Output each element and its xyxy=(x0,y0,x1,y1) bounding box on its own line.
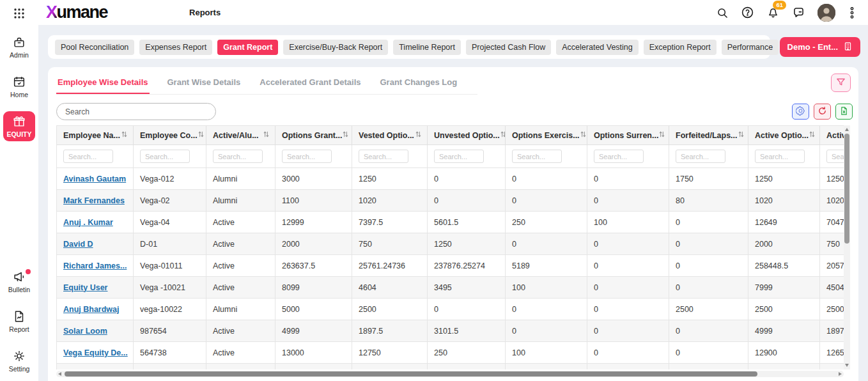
notifications-bell-icon[interactable]: 61 xyxy=(766,6,780,19)
sort-icon[interactable] xyxy=(738,130,745,140)
sidebar-item-home[interactable]: Home xyxy=(3,72,35,102)
sort-icon[interactable] xyxy=(121,130,128,140)
table-cell: 750 xyxy=(820,233,844,255)
column-search-input[interactable] xyxy=(63,150,113,163)
column-search-input[interactable] xyxy=(594,150,644,163)
table-cell: 0 xyxy=(506,233,587,255)
column-header[interactable]: Options Surren... xyxy=(587,126,669,145)
employee-name-link[interactable]: Solar Loom xyxy=(63,327,107,336)
help-icon[interactable] xyxy=(741,6,754,19)
table-cell: 0 xyxy=(587,277,669,299)
column-header[interactable]: Active/Alu... xyxy=(206,126,275,145)
horizontal-scrollbar[interactable] xyxy=(56,371,844,377)
export-excel-button[interactable] xyxy=(835,104,853,120)
scroll-up-arrow[interactable] xyxy=(845,128,849,131)
sidebar-item-bulletin[interactable]: Bulletin xyxy=(3,267,35,297)
sort-icon[interactable] xyxy=(809,130,816,140)
column-header[interactable]: Employee Co... xyxy=(134,126,206,145)
column-header[interactable]: Forfeited/Laps... xyxy=(669,126,748,145)
app-logo[interactable]: Xumane xyxy=(46,3,107,22)
user-avatar[interactable] xyxy=(818,4,835,22)
table-cell: 564738 xyxy=(134,342,206,364)
sub-tab[interactable]: Employee Wise Details xyxy=(56,76,150,94)
column-search-input[interactable] xyxy=(359,150,408,163)
report-tab-chip[interactable]: Exercise/Buy-Back Report xyxy=(283,40,388,55)
sort-icon[interactable] xyxy=(198,130,205,140)
column-header[interactable]: Employee Na... xyxy=(57,126,134,145)
table-cell: Active xyxy=(206,233,275,255)
more-options-kebab-icon[interactable] xyxy=(848,6,856,20)
column-header[interactable]: Unvested Optio... xyxy=(428,126,506,145)
sort-icon[interactable] xyxy=(342,130,349,140)
employee-name-link[interactable]: Vega Equity De... xyxy=(63,348,128,357)
column-header[interactable]: Active Optio... xyxy=(748,126,820,145)
gear-icon xyxy=(796,106,805,118)
employee-name-link[interactable]: Avinash Gautam xyxy=(63,175,126,183)
column-header[interactable]: Vested Optio... xyxy=(352,126,428,145)
report-tab-chip[interactable]: Pool Reconciliation xyxy=(55,40,134,55)
column-search-input[interactable] xyxy=(282,150,332,163)
chat-icon[interactable] xyxy=(792,6,805,19)
table-cell: Vega -10021 xyxy=(134,277,206,299)
table-cell: 25761.24736 xyxy=(352,255,428,277)
report-tab-chip[interactable]: Grant Report xyxy=(217,40,278,55)
sort-icon[interactable] xyxy=(263,130,270,140)
employee-name-link[interactable]: Anuj Bhardwaj xyxy=(63,305,120,314)
report-tab-chip[interactable]: Expenses Report xyxy=(139,40,212,55)
report-tab-chip[interactable]: Exception Report xyxy=(644,40,717,55)
sort-icon[interactable] xyxy=(580,130,587,140)
sub-tab[interactable]: Grant Wise Details xyxy=(166,76,242,94)
search-icon[interactable] xyxy=(716,6,729,19)
scroll-down-arrow[interactable] xyxy=(845,364,849,367)
scroll-left-arrow[interactable] xyxy=(58,372,61,376)
sidebar-item-admin[interactable]: Admin xyxy=(3,32,35,62)
vertical-scrollbar[interactable] xyxy=(844,125,850,369)
table-cell: Vega Equity De... xyxy=(57,342,134,364)
column-search-input[interactable] xyxy=(826,150,844,163)
scroll-right-arrow[interactable] xyxy=(839,372,842,376)
column-header[interactable]: Options Exercis... xyxy=(506,126,587,145)
column-search-input[interactable] xyxy=(213,150,263,163)
report-tab-chip[interactable]: Projected Cash Flow xyxy=(466,40,551,55)
vertical-scroll-thumb[interactable] xyxy=(844,134,849,244)
employee-name-link[interactable]: David D xyxy=(63,240,93,249)
sort-icon[interactable] xyxy=(658,130,665,140)
sidebar-item-label: Admin xyxy=(10,51,29,59)
sidebar-item-report[interactable]: Report xyxy=(3,306,35,336)
table-cell: Vega-01011 xyxy=(134,255,206,277)
column-search-input[interactable] xyxy=(140,150,190,163)
sort-icon[interactable] xyxy=(500,130,506,140)
table-cell: 1897.5 xyxy=(352,320,428,342)
column-header[interactable]: Active xyxy=(820,126,844,145)
report-tab-chip[interactable]: Timeline Report xyxy=(393,40,461,55)
table-cell: Equity User xyxy=(57,277,134,299)
refresh-button[interactable] xyxy=(814,104,831,120)
funnel-icon xyxy=(835,77,846,89)
report-tab-chip[interactable]: Performance xyxy=(722,40,779,55)
sub-tab[interactable]: Accelerated Grant Details xyxy=(258,76,362,94)
employee-name-link[interactable]: Equity User xyxy=(63,283,107,292)
column-search-input[interactable] xyxy=(676,150,725,163)
column-header[interactable]: Options Grant... xyxy=(275,126,352,145)
building-icon xyxy=(843,42,853,53)
sub-tab[interactable]: Grant Changes Log xyxy=(379,76,459,94)
table-cell: Vega-04 xyxy=(134,212,206,233)
horizontal-scroll-thumb[interactable] xyxy=(65,371,757,377)
table-search-input[interactable] xyxy=(56,103,216,120)
sort-icon[interactable] xyxy=(415,130,422,140)
entity-selector-button[interactable]: Demo - Ent... xyxy=(780,37,860,57)
sidebar-item-equity[interactable]: EQUITY xyxy=(3,111,35,141)
filter-button[interactable] xyxy=(831,74,851,92)
column-settings-button[interactable] xyxy=(792,104,809,120)
app-launcher-icon[interactable] xyxy=(13,7,26,22)
column-search-input[interactable] xyxy=(434,150,484,163)
employee-name-link[interactable]: Richard James... xyxy=(63,261,127,270)
employee-name-link[interactable]: Mark Fernandes xyxy=(63,196,125,205)
employee-name-link[interactable]: Anuj . Kumar xyxy=(63,218,113,227)
table-cell: Solar Loom xyxy=(57,320,134,342)
report-tab-chip[interactable]: Accelerated Vesting xyxy=(556,40,639,55)
sidebar-item-setting[interactable]: Setting xyxy=(3,346,35,376)
column-search-input[interactable] xyxy=(512,150,562,163)
data-table: Employee Na...Employee Co...Active/Alu..… xyxy=(56,125,850,381)
column-search-input[interactable] xyxy=(755,150,805,163)
